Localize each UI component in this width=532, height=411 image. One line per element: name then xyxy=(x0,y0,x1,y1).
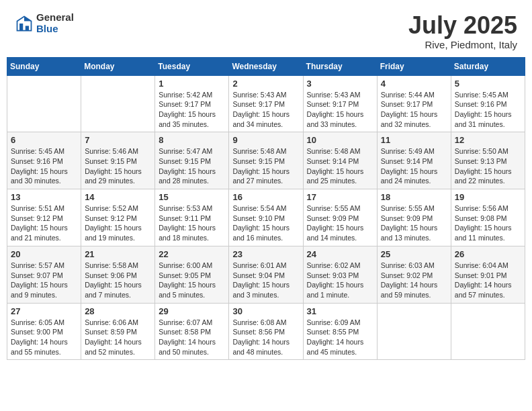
day-number: 18 xyxy=(381,192,447,202)
calendar-cell: 18Sunrise: 5:55 AM Sunset: 9:09 PM Dayli… xyxy=(377,189,451,246)
day-number: 3 xyxy=(307,79,373,89)
day-number: 5 xyxy=(455,79,521,89)
logo-blue: Blue xyxy=(36,24,74,35)
day-number: 30 xyxy=(232,306,299,316)
calendar-cell: 29Sunrise: 6:07 AM Sunset: 8:58 PM Dayli… xyxy=(155,303,229,360)
calendar-cell: 28Sunrise: 6:06 AM Sunset: 8:59 PM Dayli… xyxy=(81,303,155,360)
day-number: 26 xyxy=(455,249,521,259)
logo-general: General xyxy=(36,12,74,24)
calendar-week-row: 20Sunrise: 5:57 AM Sunset: 9:07 PM Dayli… xyxy=(7,246,525,303)
day-info: Sunrise: 6:00 AM Sunset: 9:05 PM Dayligh… xyxy=(159,261,225,300)
calendar-week-row: 1Sunrise: 5:42 AM Sunset: 9:17 PM Daylig… xyxy=(7,75,525,132)
calendar-cell: 12Sunrise: 5:50 AM Sunset: 9:13 PM Dayli… xyxy=(451,132,525,189)
day-number: 4 xyxy=(381,79,447,89)
calendar-cell: 31Sunrise: 6:09 AM Sunset: 8:55 PM Dayli… xyxy=(303,303,377,360)
day-info: Sunrise: 5:55 AM Sunset: 9:09 PM Dayligh… xyxy=(307,203,373,243)
day-info: Sunrise: 5:46 AM Sunset: 9:15 PM Dayligh… xyxy=(85,146,151,186)
day-number: 1 xyxy=(159,79,225,89)
day-number: 8 xyxy=(159,135,225,145)
calendar-cell: 24Sunrise: 6:02 AM Sunset: 9:03 PM Dayli… xyxy=(303,246,377,303)
calendar-cell xyxy=(7,75,81,132)
calendar-cell: 11Sunrise: 5:49 AM Sunset: 9:14 PM Dayli… xyxy=(377,132,451,189)
day-number: 24 xyxy=(307,249,373,259)
day-info: Sunrise: 5:58 AM Sunset: 9:06 PM Dayligh… xyxy=(85,261,151,300)
calendar-cell: 9Sunrise: 5:48 AM Sunset: 9:15 PM Daylig… xyxy=(229,132,303,189)
calendar-cell: 8Sunrise: 5:47 AM Sunset: 9:15 PM Daylig… xyxy=(155,132,229,189)
day-number: 11 xyxy=(381,135,447,145)
day-info: Sunrise: 6:05 AM Sunset: 9:00 PM Dayligh… xyxy=(11,318,77,357)
calendar-cell: 27Sunrise: 6:05 AM Sunset: 9:00 PM Dayli… xyxy=(7,303,81,360)
day-number: 23 xyxy=(232,249,299,259)
calendar-cell: 13Sunrise: 5:51 AM Sunset: 9:12 PM Dayli… xyxy=(7,189,81,246)
day-info: Sunrise: 6:06 AM Sunset: 8:59 PM Dayligh… xyxy=(85,318,151,357)
logo-icon xyxy=(15,14,34,33)
day-info: Sunrise: 5:57 AM Sunset: 9:07 PM Dayligh… xyxy=(11,261,77,300)
svg-rect-3 xyxy=(26,26,29,30)
calendar-cell: 25Sunrise: 6:03 AM Sunset: 9:02 PM Dayli… xyxy=(377,246,451,303)
day-info: Sunrise: 5:54 AM Sunset: 9:10 PM Dayligh… xyxy=(232,203,299,243)
calendar-cell: 21Sunrise: 5:58 AM Sunset: 9:06 PM Dayli… xyxy=(81,246,155,303)
calendar-cell: 14Sunrise: 5:52 AM Sunset: 9:12 PM Dayli… xyxy=(81,189,155,246)
day-info: Sunrise: 6:08 AM Sunset: 8:56 PM Dayligh… xyxy=(232,318,299,357)
day-number: 9 xyxy=(232,135,299,145)
weekday-header: Sunday xyxy=(7,57,81,75)
day-info: Sunrise: 5:53 AM Sunset: 9:11 PM Dayligh… xyxy=(159,203,225,243)
day-info: Sunrise: 5:49 AM Sunset: 9:14 PM Dayligh… xyxy=(381,146,447,186)
calendar-cell xyxy=(377,303,451,360)
svg-rect-2 xyxy=(19,24,23,31)
day-number: 6 xyxy=(11,135,77,145)
logo: General Blue xyxy=(15,12,74,34)
page-header: General Blue July 2025 Rive, Piedmont, I… xyxy=(7,7,525,53)
calendar-cell: 4Sunrise: 5:44 AM Sunset: 9:17 PM Daylig… xyxy=(377,75,451,132)
day-number: 12 xyxy=(455,135,521,145)
weekday-header: Friday xyxy=(377,57,451,75)
day-info: Sunrise: 5:43 AM Sunset: 9:17 PM Dayligh… xyxy=(307,90,373,130)
calendar-cell: 26Sunrise: 6:04 AM Sunset: 9:01 PM Dayli… xyxy=(451,246,525,303)
day-number: 29 xyxy=(159,306,225,316)
day-info: Sunrise: 5:45 AM Sunset: 9:16 PM Dayligh… xyxy=(455,90,521,130)
calendar-cell: 16Sunrise: 5:54 AM Sunset: 9:10 PM Dayli… xyxy=(229,189,303,246)
day-info: Sunrise: 5:52 AM Sunset: 9:12 PM Dayligh… xyxy=(85,203,151,243)
calendar-cell: 30Sunrise: 6:08 AM Sunset: 8:56 PM Dayli… xyxy=(229,303,303,360)
day-info: Sunrise: 5:44 AM Sunset: 9:17 PM Dayligh… xyxy=(381,90,447,130)
calendar-cell: 19Sunrise: 5:56 AM Sunset: 9:08 PM Dayli… xyxy=(451,189,525,246)
calendar-week-row: 27Sunrise: 6:05 AM Sunset: 9:00 PM Dayli… xyxy=(7,303,525,360)
calendar-cell: 1Sunrise: 5:42 AM Sunset: 9:17 PM Daylig… xyxy=(155,75,229,132)
calendar-cell: 20Sunrise: 5:57 AM Sunset: 9:07 PM Dayli… xyxy=(7,246,81,303)
day-info: Sunrise: 5:47 AM Sunset: 9:15 PM Dayligh… xyxy=(159,146,225,186)
day-number: 7 xyxy=(85,135,151,145)
day-info: Sunrise: 6:03 AM Sunset: 9:02 PM Dayligh… xyxy=(381,261,447,300)
weekday-header: Wednesday xyxy=(229,57,303,75)
day-number: 13 xyxy=(11,192,77,202)
day-info: Sunrise: 6:07 AM Sunset: 8:58 PM Dayligh… xyxy=(159,318,225,357)
day-number: 20 xyxy=(11,249,77,259)
day-number: 16 xyxy=(232,192,299,202)
location: Rive, Piedmont, Italy xyxy=(408,39,517,50)
weekday-header: Thursday xyxy=(303,57,377,75)
day-number: 31 xyxy=(307,306,373,316)
day-number: 14 xyxy=(85,192,151,202)
day-number: 22 xyxy=(159,249,225,259)
day-number: 25 xyxy=(381,249,447,259)
day-info: Sunrise: 5:42 AM Sunset: 9:17 PM Dayligh… xyxy=(159,90,225,130)
weekday-header: Tuesday xyxy=(155,57,229,75)
calendar-cell: 23Sunrise: 6:01 AM Sunset: 9:04 PM Dayli… xyxy=(229,246,303,303)
calendar-cell: 5Sunrise: 5:45 AM Sunset: 9:16 PM Daylig… xyxy=(451,75,525,132)
calendar-week-row: 13Sunrise: 5:51 AM Sunset: 9:12 PM Dayli… xyxy=(7,189,525,246)
calendar-body: 1Sunrise: 5:42 AM Sunset: 9:17 PM Daylig… xyxy=(7,75,525,360)
day-info: Sunrise: 6:09 AM Sunset: 8:55 PM Dayligh… xyxy=(307,318,373,357)
day-info: Sunrise: 6:04 AM Sunset: 9:01 PM Dayligh… xyxy=(455,261,521,300)
month-title: July 2025 xyxy=(408,12,517,39)
calendar-cell: 10Sunrise: 5:48 AM Sunset: 9:14 PM Dayli… xyxy=(303,132,377,189)
day-info: Sunrise: 5:50 AM Sunset: 9:13 PM Dayligh… xyxy=(455,146,521,186)
calendar-cell: 17Sunrise: 5:55 AM Sunset: 9:09 PM Dayli… xyxy=(303,189,377,246)
calendar-cell xyxy=(451,303,525,360)
logo-text: General Blue xyxy=(36,12,74,34)
day-number: 19 xyxy=(455,192,521,202)
calendar-cell: 3Sunrise: 5:43 AM Sunset: 9:17 PM Daylig… xyxy=(303,75,377,132)
day-number: 10 xyxy=(307,135,373,145)
calendar-cell: 7Sunrise: 5:46 AM Sunset: 9:15 PM Daylig… xyxy=(81,132,155,189)
day-info: Sunrise: 5:48 AM Sunset: 9:15 PM Dayligh… xyxy=(232,146,299,186)
day-info: Sunrise: 6:02 AM Sunset: 9:03 PM Dayligh… xyxy=(307,261,373,300)
day-info: Sunrise: 5:55 AM Sunset: 9:09 PM Dayligh… xyxy=(381,203,447,243)
